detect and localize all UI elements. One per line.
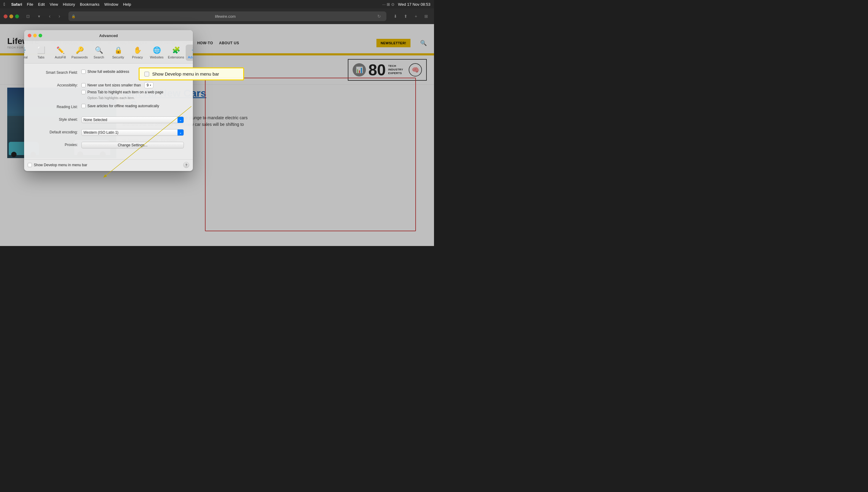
accessibility-controls: Never use font sizes smaller than 9 ▾ Pr… <box>81 82 184 100</box>
menubar-bookmarks[interactable]: Bookmarks <box>80 2 99 7</box>
tab-tabs[interactable]: ⬜ Tabs <box>31 45 51 61</box>
tab-security-label: Security <box>112 55 124 59</box>
menubar-window[interactable]: Window <box>104 2 118 7</box>
tab-advanced[interactable]: ⚙️ Advanced <box>186 45 193 61</box>
style-sheet-select[interactable]: None Selected ⌄ <box>81 117 184 123</box>
develop-menu-row: Show Develop menu in menu bar <box>28 163 87 167</box>
tab-privacy-label: Privacy <box>132 55 143 59</box>
reading-list-checkbox[interactable] <box>81 104 86 108</box>
dialog-traffic-lights <box>28 34 42 37</box>
apple-menu-icon[interactable]:  <box>4 2 5 7</box>
preferences-dialog: Advanced ⚙️ General ⬜ Tabs ✏️ AutoFill 🔑… <box>24 30 193 171</box>
tab-passwords-label: Passwords <box>71 55 88 59</box>
browser-window: ⊡ ▾ ‹ › 🔒 lifewire.com ↻ ⬇ ⬆ + ⊞ Lifewir… <box>0 8 434 246</box>
accessibility-row: Accessibility: Never use font sizes smal… <box>33 82 184 100</box>
menubar-view[interactable]: View <box>50 2 58 7</box>
smart-search-checkbox[interactable] <box>81 70 86 74</box>
websites-icon: 🌐 <box>153 46 161 54</box>
extensions-icon: 🧩 <box>172 46 180 54</box>
menubar-right: ··· ⊞ ⊙ Wed 17 Nov 08:53 <box>382 2 430 7</box>
autofill-icon: ✏️ <box>56 46 65 54</box>
accessibility-fontsize-row: Never use font sizes smaller than 9 ▾ <box>81 82 184 88</box>
style-sheet-arrow: ⌄ <box>178 117 184 123</box>
proxies-row: Proxies: Change Settings... <box>33 142 184 150</box>
prefs-footer: Show Develop menu in menu bar ? <box>24 159 193 171</box>
font-size-arrow: ▾ <box>150 84 151 87</box>
menubar-safari[interactable]: Safari <box>11 2 22 7</box>
accessibility-tab-label: Press Tab to highlight each item on a we… <box>87 90 163 94</box>
dialog-close-button[interactable] <box>28 34 31 37</box>
tab-websites[interactable]: 🌐 Websites <box>147 45 166 61</box>
smart-search-label: Smart Search Field: <box>33 70 81 75</box>
tab-general-label: General <box>24 55 28 59</box>
accessibility-fontsize-checkbox[interactable] <box>81 83 86 87</box>
annotation-highlight-box: Show Develop menu in menu bar <box>139 68 244 80</box>
dialog-titlebar: Advanced <box>24 30 193 41</box>
default-encoding-row: Default encoding: Western (ISO Latin 1) … <box>33 129 184 138</box>
tab-tabs-label: Tabs <box>38 55 44 59</box>
default-encoding-select[interactable]: Western (ISO Latin 1) ⌄ <box>81 129 184 136</box>
annotation-text: Show Develop menu in menu bar <box>152 71 219 76</box>
font-size-value: 9 <box>146 83 148 87</box>
default-encoding-arrow: ⌄ <box>178 129 184 136</box>
default-encoding-value: Western (ISO Latin 1) <box>84 130 182 134</box>
accessibility-tab-checkbox[interactable] <box>81 90 86 94</box>
menubar-history[interactable]: History <box>63 2 75 7</box>
reading-list-checkbox-row: Save articles for offline reading automa… <box>81 104 184 108</box>
reading-list-label: Reading List: <box>33 104 81 109</box>
accessibility-fontsize-label: Never use font sizes smaller than <box>87 83 141 87</box>
style-sheet-label: Style sheet: <box>33 117 81 122</box>
tabs-icon: ⬜ <box>37 46 45 54</box>
default-encoding-controls: Western (ISO Latin 1) ⌄ <box>81 129 184 136</box>
tab-general[interactable]: ⚙️ General <box>24 45 31 61</box>
privacy-icon: ✋ <box>134 46 142 54</box>
annotation-checkbox <box>144 72 149 76</box>
menubar-file[interactable]: File <box>27 2 33 7</box>
dialog-zoom-button[interactable] <box>39 34 42 37</box>
tab-autofill-label: AutoFill <box>55 55 66 59</box>
tab-advanced-label: Advanced <box>188 55 193 59</box>
style-sheet-controls: None Selected ⌄ <box>81 117 184 123</box>
security-icon: 🔒 <box>114 46 122 54</box>
develop-menu-label: Show Develop menu in menu bar <box>34 163 87 167</box>
tab-extensions-label: Extensions <box>168 55 184 59</box>
tab-privacy[interactable]: ✋ Privacy <box>128 45 147 61</box>
develop-menu-checkbox[interactable] <box>28 163 32 167</box>
dialog-minimize-button[interactable] <box>33 34 37 37</box>
tab-extensions[interactable]: 🧩 Extensions <box>166 45 186 61</box>
search-tab-icon: 🔍 <box>95 46 103 54</box>
prefs-toolbar: ⚙️ General ⬜ Tabs ✏️ AutoFill 🔑 Password… <box>24 41 193 64</box>
menubar-edit[interactable]: Edit <box>38 2 45 7</box>
reading-list-checkbox-label: Save articles for offline reading automa… <box>87 104 159 108</box>
reading-list-controls: Save articles for offline reading automa… <box>81 104 184 108</box>
menubar:  Safari File Edit View History Bookmark… <box>0 0 434 8</box>
proxies-label: Proxies: <box>33 142 81 147</box>
smart-search-checkbox-label: Show full website address <box>87 70 129 74</box>
font-size-select[interactable]: 9 ▾ <box>144 82 154 88</box>
dialog-title: Advanced <box>99 33 118 38</box>
tab-security[interactable]: 🔒 Security <box>109 45 128 61</box>
help-button[interactable]: ? <box>183 162 189 168</box>
menubar-clock: Wed 17 Nov 08:53 <box>398 2 430 7</box>
reading-list-row: Reading List: Save articles for offline … <box>33 104 184 112</box>
menubar-icons: ··· ⊞ ⊙ <box>382 2 394 7</box>
proxies-change-settings-button[interactable]: Change Settings... <box>81 142 184 148</box>
default-encoding-label: Default encoding: <box>33 129 81 134</box>
accessibility-hint: Option-Tab highlights each item. <box>87 96 184 100</box>
tab-passwords[interactable]: 🔑 Passwords <box>70 45 89 61</box>
passwords-icon: 🔑 <box>76 46 84 54</box>
advanced-icon: ⚙️ <box>191 46 193 54</box>
style-sheet-value: None Selected <box>84 118 182 122</box>
tab-search-label: Search <box>94 55 104 59</box>
tab-autofill[interactable]: ✏️ AutoFill <box>51 45 70 61</box>
accessibility-label: Accessibility: <box>33 82 81 87</box>
general-icon: ⚙️ <box>24 46 26 54</box>
tab-search[interactable]: 🔍 Search <box>89 45 109 61</box>
tab-websites-label: Websites <box>150 55 163 59</box>
menubar-help[interactable]: Help <box>123 2 131 7</box>
proxies-controls: Change Settings... <box>81 142 184 148</box>
accessibility-tab-row: Press Tab to highlight each item on a we… <box>81 90 184 94</box>
style-sheet-row: Style sheet: None Selected ⌄ <box>33 117 184 125</box>
